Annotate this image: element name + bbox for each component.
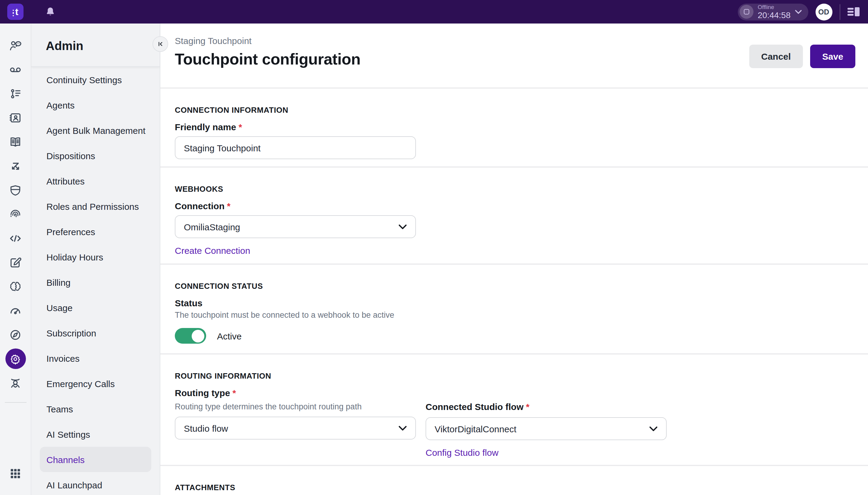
sidebar-item-attributes[interactable]: Attributes: [40, 168, 151, 193]
sidebar-item-holiday-hours[interactable]: Holiday Hours: [40, 244, 151, 270]
sidebar-item-label: Teams: [47, 404, 73, 414]
sidebar-item-invoices[interactable]: Invoices: [40, 345, 151, 371]
routing-type-value: Studio flow: [184, 423, 228, 433]
sidebar-item-label: Emergency Calls: [47, 378, 115, 389]
sidebar-item-billing[interactable]: Billing: [40, 270, 151, 295]
sidebar-item-dispositions[interactable]: Dispositions: [40, 143, 151, 168]
sidebar-item-agent-bulk-management[interactable]: Agent Bulk Management: [40, 118, 151, 143]
header-actions: Cancel Save: [749, 45, 856, 87]
sidebar-item-continuity-settings[interactable]: Continuity Settings: [40, 67, 151, 92]
avatar[interactable]: OD: [815, 3, 832, 20]
offline-status-icon: [740, 5, 753, 19]
sidebar-item-ai-launchpad[interactable]: AI Launchpad: [40, 472, 151, 495]
toggle-state-label: Active: [217, 331, 242, 341]
voicemail-icon[interactable]: [3, 57, 28, 81]
sidebar-item-label: Agent Bulk Management: [47, 125, 145, 135]
friendly-name-input[interactable]: [175, 136, 416, 159]
section-heading: ROUTING INFORMATION: [175, 371, 853, 380]
sidebar-item-agents[interactable]: Agents: [40, 92, 151, 118]
required-asterisk: *: [238, 122, 242, 132]
chevron-down-icon: [398, 224, 407, 229]
sidebar-item-label: Invoices: [47, 353, 80, 363]
connected-flow-select[interactable]: ViktorDigitalConnect: [426, 417, 667, 440]
save-button[interactable]: Save: [810, 45, 855, 68]
usage-gauge-icon[interactable]: [3, 298, 28, 323]
page-title: Touchpoint configuration: [175, 50, 361, 69]
agent-conversations-icon[interactable]: [3, 33, 28, 57]
config-studio-flow-link[interactable]: Config Studio flow: [426, 447, 499, 458]
academy-icon[interactable]: [3, 371, 28, 395]
ai-brain-icon[interactable]: [3, 274, 28, 298]
notifications-bell-icon[interactable]: [45, 6, 56, 17]
status-timer: 20:44:58: [758, 11, 791, 20]
routing-type-label: Routing type*: [175, 388, 236, 398]
sidebar-item-teams[interactable]: Teams: [40, 396, 151, 422]
explore-compass-icon[interactable]: [3, 323, 28, 347]
sidebar-item-label: Preferences: [47, 226, 95, 237]
topbar-right: Offline 20:44:58 OD: [738, 3, 860, 20]
sidebar-item-label: Billing: [47, 277, 71, 287]
required-asterisk: *: [526, 402, 530, 412]
chevron-down-icon: [649, 426, 658, 431]
admin-sidebar: Admin Continuity Settings Agents Agent B…: [31, 23, 160, 495]
agent-status-pill[interactable]: Offline 20:44:58: [738, 3, 808, 20]
sidebar-item-label: Usage: [47, 302, 73, 313]
connection-information-section: CONNECTION INFORMATION Friendly name*: [160, 89, 868, 168]
routing-type-helper: Routing type determines the touchpoint r…: [175, 402, 362, 411]
app-shell: Admin Continuity Settings Agents Agent B…: [0, 23, 868, 495]
cancel-button[interactable]: Cancel: [749, 45, 803, 68]
create-connection-link[interactable]: Create Connection: [175, 245, 250, 256]
topbar: t Offline 20:44:58 OD: [0, 0, 868, 23]
connected-flow-value: ViktorDigitalConnect: [435, 424, 516, 434]
routing-flow-icon[interactable]: [3, 154, 28, 178]
main-content: Staging Touchpoint Touchpoint configurat…: [160, 23, 868, 495]
app-rail: [0, 23, 31, 495]
sidebar-item-usage[interactable]: Usage: [40, 295, 151, 320]
apps-grid-icon[interactable]: [3, 461, 28, 485]
connection-select[interactable]: OmiliaStaging: [175, 215, 416, 238]
sidebar-item-label: AI Launchpad: [47, 480, 102, 490]
chevron-down-icon: [795, 9, 801, 14]
connection-select-value: OmiliaStaging: [184, 222, 240, 232]
sidebar-item-emergency-calls[interactable]: Emergency Calls: [40, 371, 151, 396]
page-eyebrow: Staging Touchpoint: [175, 36, 361, 46]
webhooks-section: WEBHOOKS Connection* OmiliaStaging Creat…: [160, 168, 868, 265]
contacts-icon[interactable]: [3, 105, 28, 130]
chevron-down-icon: [398, 425, 407, 431]
connected-flow-label: Connected Studio flow*: [426, 402, 530, 412]
toggle-knob: [192, 329, 204, 342]
routing-information-section: ROUTING INFORMATION Routing type* Routin…: [160, 355, 868, 466]
section-heading: CONNECTION INFORMATION: [175, 105, 853, 115]
sidebar-item-label: Agents: [47, 100, 74, 110]
identity-fingerprint-icon[interactable]: [3, 202, 28, 226]
queue-list-icon[interactable]: [3, 81, 28, 105]
security-shield-icon[interactable]: [3, 178, 28, 202]
routing-type-column: Routing type* Routing type determines th…: [175, 388, 416, 458]
section-heading: ATTACHMENTS: [175, 483, 853, 492]
section-heading: CONNECTION STATUS: [175, 281, 853, 291]
logo-letter: t: [15, 7, 18, 17]
sidebar-header: Admin: [31, 23, 160, 67]
routing-type-select[interactable]: Studio flow: [175, 416, 416, 440]
developer-code-icon[interactable]: [3, 226, 28, 250]
sidebar-item-channels[interactable]: Channels: [40, 447, 151, 472]
friendly-name-label: Friendly name*: [175, 122, 853, 132]
knowledge-book-icon[interactable]: [3, 130, 28, 154]
sidebar-item-label: Channels: [47, 454, 85, 464]
status-toggle[interactable]: [175, 328, 206, 344]
settings-gear-icon[interactable]: [5, 348, 25, 369]
sidebar-item-preferences[interactable]: Preferences: [40, 219, 151, 244]
collapse-sidebar-button[interactable]: [153, 36, 168, 52]
layout-panel-icon[interactable]: [847, 7, 860, 16]
compose-edit-icon[interactable]: [3, 250, 28, 274]
sidebar-item-label: AI Settings: [47, 429, 90, 439]
status-pill-texts: Offline 20:44:58: [758, 4, 791, 20]
sidebar-item-subscription[interactable]: Subscription: [40, 320, 151, 345]
status-label: Status: [175, 298, 853, 308]
sidebar-item-ai-settings[interactable]: AI Settings: [40, 422, 151, 447]
admin-menu: Continuity Settings Agents Agent Bulk Ma…: [31, 67, 160, 495]
sidebar-item-label: Subscription: [47, 328, 96, 338]
sidebar-item-roles-and-permissions[interactable]: Roles and Permissions: [40, 193, 151, 219]
talkdesk-logo[interactable]: t: [7, 4, 23, 20]
page-header: Staging Touchpoint Touchpoint configurat…: [160, 23, 868, 89]
